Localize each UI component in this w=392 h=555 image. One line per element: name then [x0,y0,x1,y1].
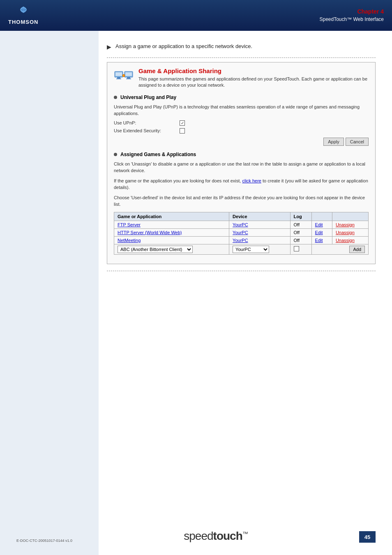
bullet-dot-icon-2 [114,153,117,156]
log-ftp: Off [290,221,311,228]
device-select[interactable]: YourPC User-defined [233,246,269,253]
card-text: Game & Application Sharing This page sum… [138,67,369,89]
card-icon [114,68,134,88]
unassign-link-netmeeting[interactable]: Unassign [336,238,355,243]
svg-rect-5 [115,72,122,76]
apps-table: Game or Application Device Log FTP Serve… [114,212,369,255]
add-button[interactable]: Add [349,246,365,253]
col-unassign [332,212,368,221]
assigned-section: Assigned Games & Applications Click on '… [114,152,369,255]
table-row: NetMeeting YourPC Off Edit Unassign [114,236,369,244]
speedtouch-logo: speedtouch™ [72,530,359,543]
svg-rect-6 [117,77,120,78]
svg-point-13 [122,74,125,77]
col-log: Log [290,212,311,221]
upnp-section: Universal Plug and Play Universal Plug a… [114,94,369,146]
main-card: Game & Application Sharing This page sum… [107,62,376,264]
app-select[interactable]: ABC (Another Bittorrent Client) FTP Serv… [118,246,193,253]
log-http: Off [290,228,311,236]
use-upnp-control [180,120,185,126]
table-row: FTP Server YourPC Off Edit Unassign [114,221,369,228]
app-link-netmeeting[interactable]: NetMeeting [118,238,141,243]
device-link-netmeeting[interactable]: YourPC [233,238,248,243]
use-extended-security-row: Use Extended Security: [114,128,369,134]
chapter-info: Chapter 4 SpeedTouch™ Web Interface [319,8,384,23]
log-netmeeting: Off [290,236,311,244]
svg-rect-11 [126,78,131,79]
assigned-heading-text: Assigned Games & Applications [120,152,196,157]
assigned-text1: Click on 'Unassign' to disable a game or… [114,161,369,174]
table-row: HTTP Server (World Wide Web) YourPC Off … [114,228,369,236]
assigned-text2: If the game or the application you are l… [114,177,369,191]
edit-link-netmeeting[interactable]: Edit [315,238,323,243]
chapter-title: Chapter 4 [319,8,384,16]
svg-rect-7 [116,78,121,79]
cancel-button[interactable]: Cancel [346,138,369,146]
assigned-heading: Assigned Games & Applications [114,152,369,157]
use-extended-security-control [180,128,185,134]
svg-rect-10 [127,77,130,78]
unassign-link-http[interactable]: Unassign [336,230,355,235]
intro-bullet: ▶ Assign a game or application to a spec… [107,43,376,50]
card-description: This page summarizes the games and appli… [138,76,369,89]
page-footer: E-DOC-CTC-20051017-0144 v1.0 speedtouch™… [0,530,392,543]
device-link-http[interactable]: YourPC [233,230,248,235]
use-extended-security-label: Use Extended Security: [114,128,180,133]
edit-link-ftp[interactable]: Edit [315,222,323,227]
intro-text: Assign a game or application to a specif… [115,43,252,49]
col-device: Device [229,212,290,221]
bottom-divider [107,271,376,271]
device-link-ftp[interactable]: YourPC [233,222,248,227]
assigned-text3: Choose 'User-defined' in the device list… [114,194,369,208]
svg-rect-9 [125,72,132,76]
upnp-button-row: Apply Cancel [114,138,369,146]
page-number: 45 [359,531,376,543]
click-here-link[interactable]: click here [242,178,261,183]
use-upnp-row: Use UPnP: [114,120,369,126]
table-header-row: Game or Application Device Log [114,212,369,221]
upnp-heading-text: Universal Plug and Play [120,94,176,100]
company-name: THOMSON [8,19,38,25]
company-logo: THOMSON [8,6,38,25]
card-header: Game & Application Sharing This page sum… [114,67,369,89]
upnp-heading: Universal Plug and Play [114,94,369,100]
bullet-dot-icon [114,96,117,99]
use-extended-security-checkbox[interactable] [180,128,185,134]
unassign-link-ftp[interactable]: Unassign [336,222,355,227]
use-upnp-label: Use UPnP: [114,120,180,125]
apply-button[interactable]: Apply [323,138,344,146]
use-upnp-checkbox[interactable] [180,120,185,126]
col-app: Game or Application [114,212,229,221]
col-edit [311,212,332,221]
app-link-ftp[interactable]: FTP Server [118,222,141,227]
upnp-description: Universal Plug and Play (UPnP) is a tech… [114,104,369,117]
card-title: Game & Application Sharing [138,67,369,74]
bullet-arrow-icon: ▶ [107,44,111,50]
table-add-row: ABC (Another Bittorrent Client) FTP Serv… [114,244,369,254]
log-add-checkbox[interactable] [294,246,299,251]
chapter-subtitle: SpeedTouch™ Web Interface [319,16,384,23]
left-sidebar [0,31,99,555]
doc-number: E-DOC-CTC-20051017-0144 v1.0 [16,539,72,543]
app-link-http[interactable]: HTTP Server (World Wide Web) [118,230,182,235]
top-divider [107,58,376,58]
edit-link-http[interactable]: Edit [315,230,323,235]
page-header: THOMSON Chapter 4 SpeedTouch™ Web Interf… [0,0,392,31]
